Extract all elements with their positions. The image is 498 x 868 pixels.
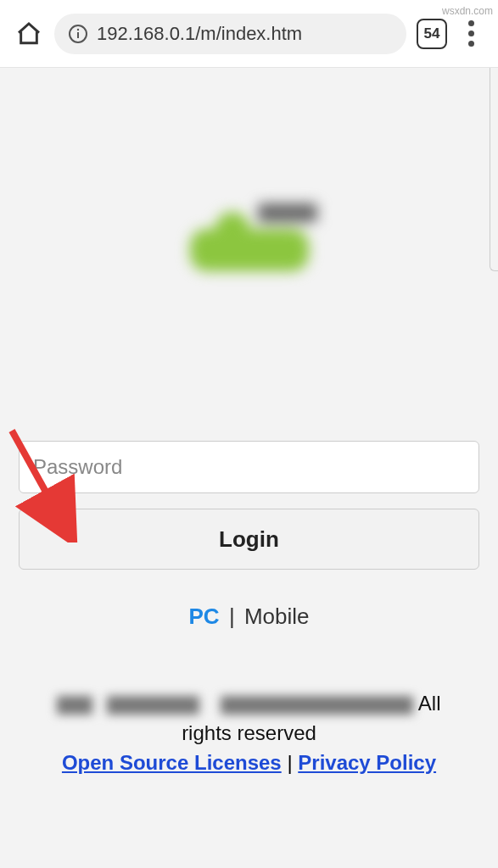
- svg-point-2: [77, 28, 79, 30]
- copyright-blurred: [57, 696, 413, 715]
- switch-pc-link[interactable]: PC: [189, 604, 220, 629]
- brand-logo: [0, 203, 498, 288]
- watermark: wsxdn.com: [442, 5, 493, 17]
- switch-separator: |: [229, 604, 241, 629]
- copyright-suffix: All: [418, 692, 441, 715]
- tab-count-value: 54: [424, 25, 440, 42]
- home-icon[interactable]: [14, 19, 44, 49]
- scrollbar-hint[interactable]: [490, 68, 498, 271]
- footer: All rights reserved Open Source Licenses…: [0, 689, 498, 777]
- info-icon: [68, 24, 88, 44]
- url-bar[interactable]: 192.168.0.1/m/index.htm: [54, 14, 406, 54]
- login-form: Login: [0, 441, 498, 570]
- privacy-policy-link[interactable]: Privacy Policy: [298, 751, 436, 774]
- view-switch: PC | Mobile: [0, 604, 498, 630]
- open-source-link[interactable]: Open Source Licenses: [62, 751, 282, 774]
- footer-link-separator: |: [287, 751, 298, 774]
- switch-mobile-link[interactable]: Mobile: [244, 604, 310, 629]
- rights-reserved: rights reserved: [24, 719, 474, 748]
- password-input[interactable]: [19, 441, 479, 493]
- url-text: 192.168.0.1/m/index.htm: [97, 23, 302, 45]
- page-content: Login PC | Mobile All rights reserved Op…: [0, 68, 498, 868]
- browser-toolbar: 192.168.0.1/m/index.htm 54: [0, 0, 498, 68]
- tab-count-icon[interactable]: 54: [417, 19, 447, 49]
- login-button[interactable]: Login: [19, 509, 479, 570]
- menu-dots-icon[interactable]: [457, 20, 484, 47]
